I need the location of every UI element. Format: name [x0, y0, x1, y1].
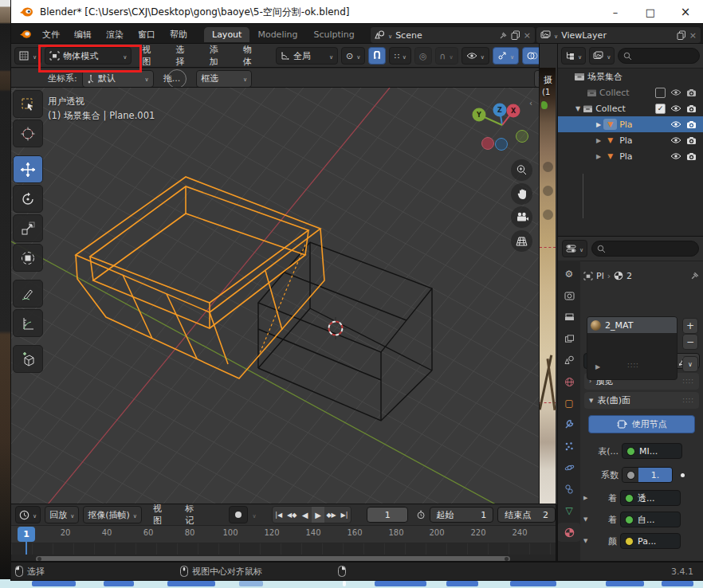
color-field[interactable]: Pa... — [620, 533, 681, 549]
stopwatch-icon[interactable] — [417, 509, 425, 520]
outliner-row-scene-collection[interactable]: 场景集合 — [558, 69, 703, 84]
playback-menu[interactable]: 回放 — [45, 506, 79, 523]
properties-search-input[interactable] — [591, 241, 699, 257]
timeline-view-menu[interactable]: 视图 — [146, 504, 174, 527]
tab-physics[interactable] — [560, 461, 579, 475]
visibility-dropdown[interactable] — [461, 47, 489, 65]
tool-cursor[interactable] — [13, 120, 43, 147]
tab-output[interactable] — [560, 310, 579, 324]
hide-eye-icon[interactable] — [670, 88, 681, 96]
gizmo-axis-neg-x[interactable] — [482, 138, 494, 150]
minimize-button[interactable]: – — [598, 0, 633, 24]
timeline-editor-type[interactable] — [15, 506, 41, 523]
timeline-marker-menu[interactable]: 标记 — [178, 504, 206, 527]
timeline-ruler[interactable]: 20 40 60 80 100 120 140 160 180 200 220 … — [11, 526, 556, 543]
expand-arrow-icon[interactable]: ▶ — [596, 153, 601, 160]
new-copy-icon[interactable] — [511, 30, 520, 40]
tab-modifiers[interactable] — [560, 417, 579, 432]
outliner-row-plane[interactable]: ▶ ▼ Pla — [558, 132, 703, 148]
close-button[interactable]: × — [668, 0, 703, 24]
use-nodes-button[interactable]: 使用节点 — [588, 415, 695, 433]
new-copy-icon[interactable] — [677, 30, 686, 40]
render-camera-icon[interactable] — [686, 104, 697, 113]
playhead[interactable]: 1 — [18, 527, 35, 542]
panel-surface[interactable]: ▼ 表(曲)面 :::: — [584, 392, 699, 409]
tool-scale[interactable] — [13, 214, 43, 242]
tab-data[interactable]: ▽ — [560, 504, 579, 518]
render-camera-icon[interactable] — [686, 88, 697, 97]
proportional-falloff-dropdown[interactable]: ∩ — [435, 47, 458, 65]
outliner-row-collection[interactable]: ▼ Collect ✓ — [558, 100, 703, 116]
snap-with-dropdown[interactable]: ∷ — [389, 47, 411, 65]
next-keyframe-button[interactable]: ◆▶ — [324, 507, 337, 523]
sidebar-toggle-icon[interactable]: ‹ — [529, 99, 532, 108]
workspace-tab-sculpting[interactable]: Sculpting — [305, 27, 362, 42]
tool-add-cube[interactable] — [13, 345, 43, 373]
unlink-icon[interactable]: × — [524, 30, 531, 41]
menu-render[interactable]: 渲染 — [99, 29, 131, 41]
gizmo-axis-neg-y[interactable] — [516, 131, 528, 143]
proportional-editing-toggle[interactable]: ◎ — [414, 47, 432, 65]
viewport-ortho-toggle-button[interactable] — [511, 230, 532, 252]
outliner-display-mode[interactable] — [589, 47, 615, 65]
tab-world[interactable] — [560, 374, 579, 389]
slot-specials-button[interactable]: ∨ — [682, 356, 698, 372]
shader1-field[interactable]: 透... — [620, 490, 681, 506]
tab-render[interactable] — [560, 288, 579, 303]
jump-to-start-button[interactable]: |◀ — [273, 507, 285, 523]
exclude-checkbox-unchecked[interactable] — [655, 88, 666, 98]
keying-menu[interactable]: 抠像(插帧) — [83, 506, 142, 523]
outliner-search-input[interactable] — [618, 48, 700, 64]
transform-orientation-dropdown[interactable]: 全局 — [276, 47, 338, 65]
auto-keying-toggle[interactable] — [229, 506, 248, 523]
gizmos-toggle[interactable] — [493, 47, 519, 65]
tab-material[interactable] — [560, 525, 579, 539]
list-grip-icon[interactable]: :::: — [627, 362, 639, 369]
tab-tool[interactable]: ⚙ — [560, 267, 579, 281]
navigation-gizmo[interactable]: Z X Y — [473, 104, 528, 151]
tab-view-layer[interactable] — [560, 331, 579, 346]
timeline-channel-area[interactable] — [11, 543, 556, 555]
menu-help[interactable]: 帮助 — [163, 29, 194, 41]
tool-rotate[interactable] — [13, 185, 43, 213]
expand-arrow-icon[interactable]: ▶ — [596, 137, 601, 144]
remove-icon[interactable]: × — [689, 30, 697, 41]
wireframe-selected-box[interactable] — [76, 177, 324, 378]
menu-window[interactable]: 窗口 — [131, 29, 163, 41]
menu-object[interactable]: 物体 — [236, 44, 266, 68]
select-box-dropdown[interactable]: 框选 — [196, 70, 252, 88]
timeline-scrollbar[interactable] — [36, 556, 510, 562]
hide-eye-icon[interactable] — [670, 120, 681, 128]
menu-select[interactable]: 选择 — [169, 44, 199, 68]
frame-start-field[interactable]: 起始 1 — [430, 507, 494, 523]
exclude-checkbox-checked[interactable]: ✓ — [655, 104, 666, 114]
scene-selector[interactable]: Scene × — [370, 26, 536, 44]
frame-end-field[interactable]: 结束点 2 — [497, 507, 556, 523]
menu-add[interactable]: 添加 — [202, 44, 233, 68]
render-camera-icon[interactable] — [686, 136, 697, 145]
menu-file[interactable]: 文件 — [35, 29, 67, 41]
snap-toggle[interactable] — [368, 47, 386, 65]
view-layer-selector[interactable]: ViewLayer × — [536, 26, 701, 44]
viewport-camera-view-button[interactable] — [511, 206, 532, 228]
hide-eye-icon[interactable] — [670, 152, 681, 160]
outliner-editor-type[interactable] — [561, 47, 586, 65]
current-frame-field[interactable]: 1 — [367, 507, 408, 523]
secondary-viewport-strip[interactable]: 摄 (1 — [540, 44, 558, 504]
material-slot-active[interactable]: 2_MAT — [587, 317, 677, 333]
outliner-row-collection-excluded[interactable]: Collect — [558, 84, 703, 100]
row-arrow-icon[interactable]: ▶ — [583, 495, 591, 501]
keyframe-dot-icon[interactable] — [681, 473, 685, 477]
tool-transform[interactable] — [13, 244, 43, 272]
tab-constraints[interactable] — [560, 482, 579, 496]
viewport-zoom-button[interactable] — [511, 159, 532, 181]
3d-viewport[interactable]: Z X Y 用户透视 (1) 场景集合 | Plane.001 — [11, 88, 540, 504]
hide-eye-icon[interactable] — [670, 136, 681, 144]
hide-eye-icon[interactable] — [670, 104, 681, 112]
pin-icon[interactable] — [499, 31, 508, 40]
material-slot-list[interactable]: 2_MAT ▶ :::: — [587, 316, 677, 380]
jump-to-end-button[interactable]: ▶| — [338, 507, 351, 523]
menu-edit[interactable]: 编辑 — [67, 29, 99, 41]
expand-arrow-icon[interactable]: ▶ — [596, 121, 601, 128]
play-button[interactable]: ▶ — [312, 507, 324, 523]
